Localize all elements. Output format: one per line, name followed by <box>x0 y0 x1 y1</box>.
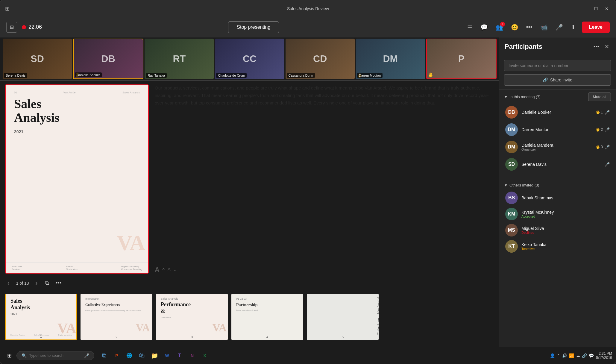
participant-icons-danielle: 🖐 1 🎤 <box>596 110 610 115</box>
participant-row-darren: DM Darren Mouton 🖐 2 🎤 <box>504 121 611 138</box>
participants-badge: 3 <box>500 22 505 27</box>
participant-info-miguel: Miguel Silva Declined <box>521 226 610 234</box>
prev-slide-button[interactable]: ‹ <box>5 278 12 288</box>
slide-options-button[interactable]: ••• <box>54 279 63 287</box>
invite-input[interactable] <box>504 60 611 71</box>
video-thumb-presenter[interactable]: P 🖐 <box>426 39 497 79</box>
mic-icon-darren: 🎤 <box>605 127 610 132</box>
taskbar-search-input[interactable] <box>29 353 82 358</box>
avatar-darren: DM <box>505 123 518 136</box>
menu-button[interactable]: ☰ <box>465 22 474 33</box>
clock-time: 2:31 PM <box>596 351 612 356</box>
onedrive-icon[interactable]: ☁ <box>576 353 580 358</box>
invited-row-keiko: KT Keiko Tanaka Tentative <box>504 238 611 254</box>
mute-all-button[interactable]: Mute all <box>588 92 611 101</box>
panel-more-button[interactable]: ••• <box>592 43 600 51</box>
video-thumb-danielle[interactable]: DB 🖐 Danielle Booker <box>73 39 143 79</box>
window-title: Sales Analysis Review <box>287 6 329 11</box>
participant-row-danielle: DB Danielle Booker 🖐 1 🎤 <box>504 104 611 121</box>
minimize-button[interactable]: — <box>581 4 589 13</box>
network-icon[interactable]: 📶 <box>569 353 574 358</box>
video-thumb-ray[interactable]: RT Ray Tanaka <box>145 39 214 79</box>
video-thumb-charlotte[interactable]: CC Charlotte de Crum <box>215 39 284 79</box>
section-divider <box>499 178 616 178</box>
chat-button[interactable]: 💬 <box>479 22 490 33</box>
share-invite-button[interactable]: 🔗 Share invite <box>504 74 611 86</box>
avatar-babak: BS <box>505 192 518 204</box>
slide-title-line2: Analysis <box>14 111 60 125</box>
next-slide-button[interactable]: › <box>33 278 40 288</box>
participant-info-danielle: Danielle Booker <box>521 110 592 115</box>
chevron-up-icon[interactable]: ⌃ <box>557 353 560 358</box>
thumbnail-5[interactable]: Fabrikam – VanArsdel 5 <box>307 294 379 340</box>
slide-footer: ExecutiveReview Sale ofElectronics Digit… <box>6 263 148 273</box>
start-button[interactable]: ⊞ <box>4 350 15 361</box>
recording-indicator <box>22 25 26 29</box>
slide-year: 2021 <box>14 129 140 134</box>
mic-button[interactable]: 🎤 <box>554 22 565 33</box>
thumbnail-strip: SalesAnalysis 2021 VA Executive Review S… <box>5 292 494 343</box>
volume-icon[interactable]: 🔊 <box>562 353 567 358</box>
footer-center: Sale ofElectronics <box>66 265 78 271</box>
slide-content: 01 Van Arsdel Sales Analysis Sales Analy… <box>6 85 148 263</box>
slide-text-body: Our products, services, communications, … <box>155 84 494 262</box>
title-bar: ⊞ Sales Analysis Review — ☐ ✕ <box>0 0 616 17</box>
participant-info-keiko: Keiko Tanaka Tentative <box>521 242 610 251</box>
taskbar-search-container: 🔍 🎤 <box>16 351 94 360</box>
taskbar-app-store[interactable]: 🛍 <box>136 350 148 361</box>
thumbnail-3[interactable]: Sales Analysis Performance& Lorem ipsum … <box>156 294 228 340</box>
reactions-button[interactable]: 😊 <box>509 22 520 33</box>
taskbar-clock[interactable]: 2:31 PM 5/17/2019 <box>596 351 612 360</box>
grid-view-button[interactable]: ⊞ <box>6 22 17 33</box>
toolbar-left: ⊞ 22:06 <box>6 22 42 33</box>
panel-header: Participants ••• ✕ <box>499 37 616 56</box>
panel-close-button[interactable]: ✕ <box>603 42 610 51</box>
more-options-button[interactable]: ••• <box>524 22 534 32</box>
meeting-toolbar: ⊞ 22:06 Stop presenting ☰ 💬 👥 3 😊 ••• 📹 … <box>0 17 616 37</box>
participant-name-miguel: Miguel Silva <box>521 226 610 231</box>
maximize-button[interactable]: ☐ <box>592 4 600 13</box>
panel-header-icons: ••• ✕ <box>592 42 610 51</box>
participant-label-danielle: Danielle Booker <box>75 72 102 77</box>
taskbar-app-explorer[interactable]: 📁 <box>149 350 160 361</box>
footer-right: Digital MarketingConsumer Trending <box>121 265 142 271</box>
in-meeting-header[interactable]: ▼ In this meeting (7) Mute all <box>504 92 611 101</box>
leave-button[interactable]: Leave <box>582 22 610 33</box>
thumbnail-2[interactable]: Introduction Collective Experiences Lore… <box>81 294 152 340</box>
thumbnail-4[interactable]: 01 02 03 Partnership Lorem ipsum dolor s… <box>231 294 303 340</box>
taskbar-app-teams[interactable]: T <box>174 350 185 361</box>
participant-name-danielle: Danielle Booker <box>521 110 592 115</box>
camera-button[interactable]: 📹 <box>538 22 550 33</box>
others-invited-section: ▼ Others invited (3) BS Babak Shammas KM… <box>499 180 616 257</box>
thumbnail-1[interactable]: SalesAnalysis 2021 VA Executive Review S… <box>5 294 77 340</box>
video-thumb-cassandra[interactable]: CD Cassandra Dunn <box>286 39 355 79</box>
slide-title: Sales Analysis <box>14 97 140 125</box>
participants-button[interactable]: 👥 3 <box>494 22 505 33</box>
video-thumb-darren[interactable]: DM 🖐 Darren Mouton <box>356 39 425 79</box>
taskbar-app-word[interactable]: W <box>161 350 173 361</box>
taskbar-app-powerpoint[interactable]: P <box>111 350 122 361</box>
notifications-button[interactable]: 💬 <box>589 353 594 358</box>
link-icon[interactable]: 🔗 <box>582 353 587 358</box>
participant-info-daniela: Daniela Mandera Organizer <box>521 143 592 151</box>
in-meeting-section: ▼ In this meeting (7) Mute all DB Daniel… <box>499 90 616 176</box>
stop-presenting-button[interactable]: Stop presenting <box>228 21 279 33</box>
taskbar-app-excel[interactable]: X <box>199 350 210 361</box>
taskbar-app-edge[interactable]: 🌐 <box>124 350 135 361</box>
share-icon: 🔗 <box>543 78 548 82</box>
others-invited-header[interactable]: ▼ Others invited (3) <box>504 183 611 187</box>
close-button[interactable]: ✕ <box>603 4 611 13</box>
taskbar-app-task-view[interactable]: ⧉ <box>98 350 110 361</box>
notes-button[interactable]: ⧉ <box>44 279 50 287</box>
text-decrease-icon[interactable]: A <box>167 267 171 272</box>
status-keiko: Tentative <box>521 247 610 251</box>
people-icon[interactable]: 👤 <box>550 353 555 358</box>
video-thumb-serena[interactable]: SD Serena Davis <box>3 39 72 79</box>
taskbar-app-onenote[interactable]: N <box>186 350 198 361</box>
status-krystal: Accepted <box>521 215 610 218</box>
avatar-daniela: DM <box>505 141 518 153</box>
text-caret-up: ^ <box>163 267 165 272</box>
search-icon: 🔍 <box>22 353 27 358</box>
share-button[interactable]: ⬆ <box>569 22 578 33</box>
text-increase-icon[interactable]: A <box>155 266 160 274</box>
